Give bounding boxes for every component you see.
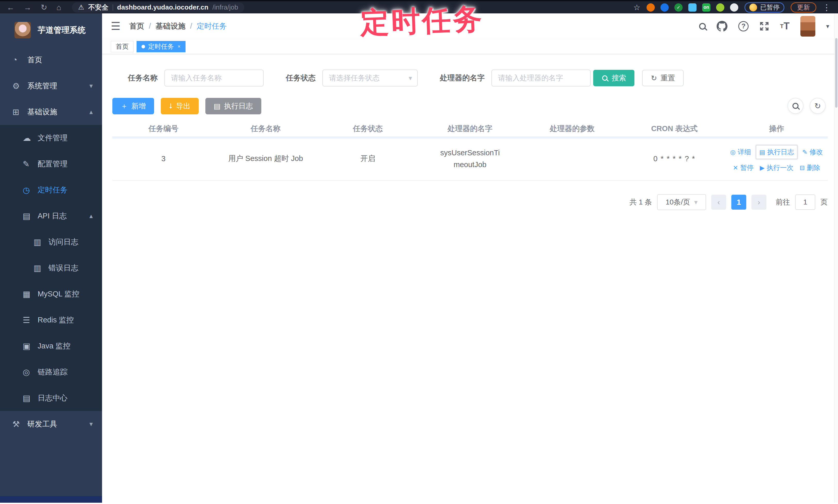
sidebar-item-label: Redis 监控 — [38, 315, 74, 325]
browser-update-button[interactable]: 更新 — [790, 2, 816, 13]
reload-icon[interactable]: ↻ — [41, 4, 47, 11]
page-size-select[interactable]: 10条/页 ▾ — [657, 194, 706, 210]
extension-white-icon[interactable] — [730, 3, 738, 12]
sidebar-toggle-icon[interactable]: ☰ — [111, 20, 121, 33]
breadcrumb: 首页/基础设施/定时任务 — [129, 21, 227, 32]
sidebar-item-研发工具[interactable]: ⚒研发工具▾ — [0, 411, 102, 437]
tools-icon: ⚒ — [12, 419, 27, 429]
extension-on-badge-icon[interactable]: on — [702, 3, 711, 12]
page-size-value: 10条/页 — [666, 197, 690, 207]
sidebar-item-配置管理[interactable]: ✎配置管理 — [0, 151, 102, 177]
sidebar-item-系统管理[interactable]: ⚙系统管理▾ — [0, 73, 102, 99]
tags-view-bar: 首页定时任务× — [102, 39, 838, 54]
chevron-down-icon: ▾ — [409, 74, 412, 82]
action-删除[interactable]: ⊟删除 — [800, 163, 820, 172]
extension-blue-icon[interactable] — [661, 3, 669, 12]
bookmark-star-icon[interactable]: ☆ — [633, 3, 640, 12]
navbar-right: ? TT ▾ — [699, 16, 829, 37]
sidebar-item-label: 文件管理 — [38, 133, 68, 143]
action-详细[interactable]: ◎详细 — [730, 148, 751, 157]
home-icon[interactable]: ⌂ — [56, 4, 61, 11]
sidebar-item-基础设施[interactable]: ⊞基础设施▴ — [0, 99, 102, 125]
action-执行一次[interactable]: ▶执行一次 — [760, 163, 793, 172]
sidebar-item-链路追踪[interactable]: ◎链路追踪 — [0, 359, 102, 385]
extension-lightblue-icon[interactable] — [688, 3, 697, 12]
sidebar-item-首页[interactable]: ◔首页 — [0, 47, 102, 73]
download-icon: ⭣ — [169, 102, 172, 110]
current-page-button[interactable]: 1 — [731, 195, 746, 210]
tag-定时任务[interactable]: 定时任务× — [137, 41, 186, 52]
chevron-down-icon: ▾ — [89, 82, 93, 90]
task-status-select-input[interactable] — [322, 70, 418, 87]
app-logo — [14, 22, 31, 38]
scrollbar-thumb[interactable] — [835, 38, 837, 108]
action-执行日志[interactable]: ▤执行日志 — [760, 148, 794, 157]
forward-icon[interactable]: → — [24, 4, 32, 11]
add-button[interactable]: ＋ 新增 — [112, 98, 154, 114]
task-name-input[interactable] — [164, 70, 264, 87]
filter-task-status: 任务状态 ▾ — [286, 70, 418, 87]
sidebar-bottom-strip — [0, 496, 102, 503]
task-status-select[interactable]: ▾ — [322, 70, 418, 87]
sidebar-logo-row[interactable]: 芋道管理系统 — [0, 13, 102, 47]
address-bar[interactable]: ⚠ 不安全 dashboard.yudao.iocoder.cn /infra/… — [72, 2, 244, 13]
prev-page-button[interactable]: ‹ — [711, 195, 726, 210]
user-avatar[interactable] — [800, 16, 815, 37]
screen: ← → ↻ ⌂ ⚠ 不安全 dashboard.yudao.iocoder.cn… — [0, 0, 838, 504]
search-icon[interactable] — [699, 23, 706, 30]
tag-首页[interactable]: 首页 — [111, 41, 134, 52]
font-size-icon[interactable]: TT — [780, 21, 789, 32]
extension-lime-icon[interactable] — [716, 3, 724, 12]
close-icon[interactable]: × — [177, 43, 181, 50]
search-circle-icon[interactable] — [787, 98, 803, 114]
extension-green-check-icon[interactable]: ✓ — [674, 3, 683, 12]
cell-id: 3 — [112, 155, 215, 163]
page-scrollbar[interactable] — [834, 13, 838, 503]
export-button[interactable]: ⭣ 导出 — [161, 98, 199, 114]
help-icon[interactable]: ? — [738, 21, 749, 32]
sidebar-item-文件管理[interactable]: ☁文件管理 — [0, 125, 102, 151]
sidebar-item-错误日志[interactable]: ▥错误日志 — [0, 255, 102, 281]
action-修改[interactable]: ✎修改 — [802, 148, 823, 157]
log-icon: ▤ — [760, 149, 765, 156]
browser-menu-icon[interactable]: ⋮ — [823, 3, 831, 12]
breadcrumb-item[interactable]: 基础设施 — [156, 21, 186, 32]
search-button-label: 搜索 — [612, 73, 626, 83]
search-button[interactable]: 搜索 — [593, 70, 634, 86]
sidebar-item-label: 研发工具 — [27, 419, 57, 429]
back-icon[interactable]: ← — [7, 4, 14, 11]
handler-name-input[interactable] — [491, 70, 591, 87]
trash-icon: ⊟ — [800, 164, 805, 172]
edit-icon: ✎ — [802, 149, 807, 156]
sidebar-item-MySQL 监控[interactable]: ▦MySQL 监控 — [0, 281, 102, 307]
sidebar-item-Redis 监控[interactable]: ☰Redis 监控 — [0, 307, 102, 333]
sidebar-item-API 日志[interactable]: ▤API 日志▴ — [0, 203, 102, 229]
focused-action-box: ▤执行日志 — [756, 145, 798, 159]
reset-button[interactable]: ↻ 重置 — [642, 70, 684, 86]
table-toolbar: ＋ 新增 ⭣ 导出 ▤ 执行日志 ↻ — [112, 98, 828, 114]
github-icon[interactable] — [717, 21, 728, 32]
breadcrumb-item[interactable]: 定时任务 — [197, 21, 227, 32]
sidebar-item-Java 监控[interactable]: ▣Java 监控 — [0, 333, 102, 359]
paused-extension-badge[interactable]: 已暂停 — [745, 2, 784, 13]
security-warning: 不安全 — [88, 3, 108, 12]
sidebar-item-label: Java 监控 — [38, 341, 70, 351]
breadcrumb-item[interactable]: 首页 — [129, 21, 144, 32]
sidebar-item-定时任务[interactable]: ◷定时任务 — [0, 177, 102, 203]
sidebar-item-访问日志[interactable]: ▥访问日志 — [0, 229, 102, 255]
extension-orange-icon[interactable] — [647, 3, 655, 12]
sidebar-item-日志中心[interactable]: ▤日志中心 — [0, 385, 102, 411]
avatar-caret-down-icon[interactable]: ▾ — [826, 23, 829, 30]
tag-active-dot — [141, 45, 145, 49]
action-暂停[interactable]: ✕暂停 — [733, 163, 753, 172]
list-icon: ▤ — [214, 102, 220, 110]
close-icon: ✕ — [733, 164, 738, 172]
exec-log-button[interactable]: ▤ 执行日志 — [205, 98, 261, 114]
url-host: dashboard.yudao.iocoder.cn — [117, 3, 208, 11]
refresh-circle-icon[interactable]: ↻ — [810, 98, 826, 114]
next-page-button[interactable]: › — [751, 195, 766, 210]
chevron-up-icon: ▴ — [89, 108, 93, 116]
goto-page-input[interactable] — [795, 195, 815, 210]
sidebar-item-label: 系统管理 — [27, 81, 57, 91]
fullscreen-icon[interactable] — [760, 21, 769, 31]
